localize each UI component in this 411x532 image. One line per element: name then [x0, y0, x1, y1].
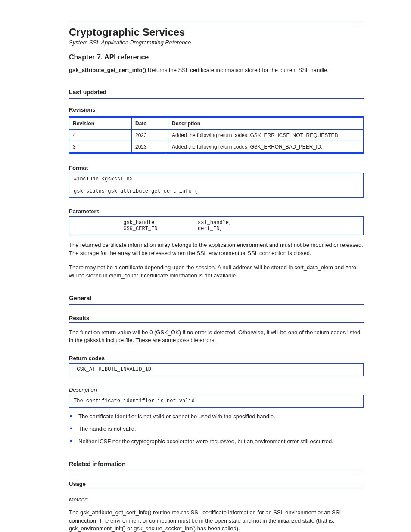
section-desc: Returns the SSL certificate information …	[148, 67, 329, 73]
notes-list: The certificate identifier is not valid …	[69, 413, 364, 446]
general-rule	[69, 304, 364, 305]
function-return-text: The function return value will be 0 (GSK…	[69, 329, 360, 344]
results-heading: Results	[69, 315, 364, 321]
doc-title: Cryptographic Services	[69, 26, 364, 38]
format-code-box: #include <gskssl.h> gsk_status gsk_attri…	[69, 173, 364, 198]
list-item: Neither ICSF nor the cryptographic accel…	[69, 438, 364, 446]
page-container: Cryptographic Services System SSL Applic…	[0, 0, 411, 532]
usage-heading: Usage	[69, 481, 364, 487]
cell-date: 2023	[132, 141, 168, 154]
cell-revision: 4	[69, 130, 132, 141]
return-codes-label: Return codes	[69, 355, 364, 361]
cell-revision: 3	[69, 141, 132, 154]
format-label: Format	[69, 165, 364, 171]
last-updated-heading: Last updated	[69, 89, 364, 96]
last-updated-rule	[69, 98, 364, 99]
cell-date: 2023	[132, 130, 168, 141]
method-label-2: Description	[69, 386, 364, 393]
col-header-revision: Revision	[69, 117, 132, 130]
table-row: 4 2023 Added the following return codes:…	[69, 130, 364, 141]
list-item: The handle is not valid.	[69, 425, 364, 433]
col-header-description: Description	[168, 117, 364, 130]
related-heading: Related information	[69, 460, 364, 467]
related-rule	[69, 470, 364, 470]
method-label: Method	[69, 496, 364, 503]
cell-description: Added the following return codes: GSK_ER…	[168, 141, 364, 154]
revisions-caption: Revisions	[69, 106, 364, 113]
description-para-1: The returned certificate information arr…	[69, 241, 364, 258]
title-section: Cryptographic Services System SSL Applic…	[69, 26, 364, 74]
section-title: gsk_attribute_get_cert_info() Returns th…	[69, 66, 364, 74]
section-func-name: gsk_attribute_get_cert_info()	[69, 67, 146, 73]
col-header-date: Date	[132, 117, 168, 130]
results-rule	[69, 322, 364, 323]
return-codes-desc-text: The certificate identifier is not valid.	[74, 398, 198, 404]
function-return-para: The function return value will be 0 (GSK…	[69, 329, 364, 345]
description-para-2: There may not be a certificate depending…	[69, 264, 364, 280]
table-row: 3 2023 Added the following return codes:…	[69, 141, 364, 154]
cell-description: Added the following return codes: GSK_ER…	[168, 130, 364, 141]
general-heading: General	[69, 295, 364, 302]
usage-rule	[69, 488, 364, 488]
format-params-code-box: gsk_handle ssl_handle, GSK_CERT_ID cert_…	[69, 216, 364, 235]
return-codes-code-box: [GSK_ATTRIBUTE_INVALID_ID]	[69, 363, 364, 376]
return-codes-desc-box: The certificate identifier is not valid.	[69, 395, 364, 408]
chapter-line: Chapter 7. API reference	[69, 53, 364, 61]
revisions-table: Revision Date Description 4 2023 Added t…	[69, 116, 364, 154]
usage-para: The gsk_attribute_get_cert_info() routin…	[69, 509, 364, 532]
format-params-label: Parameters	[69, 208, 364, 215]
table-header-row: Revision Date Description	[69, 117, 364, 130]
doc-subtitle: System SSL Application Programming Refer…	[69, 39, 364, 46]
top-rule	[69, 22, 364, 22]
list-item: The certificate identifier is not valid …	[69, 413, 364, 421]
